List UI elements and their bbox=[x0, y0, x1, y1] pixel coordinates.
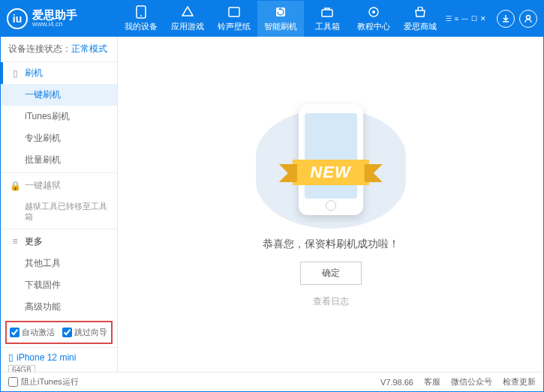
more-icon: ≡ bbox=[10, 236, 20, 247]
lock-icon: 🔒 bbox=[10, 181, 20, 191]
app-url: www.i4.cn bbox=[32, 21, 77, 28]
maximize-icon[interactable]: ☐ bbox=[471, 15, 477, 22]
device-name: ▯ iPhone 12 mini bbox=[8, 352, 110, 363]
device-phone-icon: ▯ bbox=[8, 352, 14, 363]
top-nav: 我的设备 应用游戏 铃声壁纸 智能刷机 工具箱 教程中心 bbox=[118, 1, 446, 37]
titlebar: iu 爱思助手 www.i4.cn 我的设备 应用游戏 铃声壁纸 智能刷机 bbox=[1, 1, 543, 37]
statusbar: 阻止iTunes运行 V7.98.66 客服 微信公众号 检查更新 bbox=[1, 372, 543, 391]
apps-icon bbox=[181, 5, 194, 19]
version-label: V7.98.66 bbox=[380, 378, 413, 387]
ok-button[interactable]: 确定 bbox=[300, 262, 362, 285]
highlighted-checkboxes: 自动激活 跳过向导 bbox=[5, 321, 113, 344]
store-icon bbox=[413, 5, 427, 19]
phone-small-icon: ▯ bbox=[10, 68, 20, 79]
svg-point-6 bbox=[372, 10, 375, 13]
nav-tutorial[interactable]: 教程中心 bbox=[350, 1, 397, 37]
main-content: NEW 恭喜您，保资料刷机成功啦！ 确定 查看日志 bbox=[118, 37, 543, 372]
nav-flash[interactable]: 智能刷机 bbox=[257, 1, 304, 37]
user-icon[interactable] bbox=[519, 10, 537, 28]
sidebar-item-download-firmware[interactable]: 下载固件 bbox=[1, 274, 117, 296]
svg-rect-2 bbox=[229, 7, 239, 16]
jailbreak-note: 越狱工具已转移至工具箱 bbox=[1, 196, 117, 227]
device-storage: 64GB bbox=[8, 365, 35, 372]
logo: iu 爱思助手 www.i4.cn bbox=[7, 8, 118, 29]
titlebar-right: ☰ ≡ — ☐ ✕ bbox=[446, 10, 537, 28]
wechat-link[interactable]: 微信公众号 bbox=[451, 376, 492, 388]
book-icon bbox=[367, 5, 380, 19]
close-icon[interactable]: ✕ bbox=[480, 15, 486, 22]
customer-service-link[interactable]: 客服 bbox=[424, 376, 440, 388]
list-icon[interactable]: ≡ bbox=[455, 15, 458, 22]
sidebar-item-pro-flash[interactable]: 专业刷机 bbox=[1, 127, 117, 149]
check-update-link[interactable]: 检查更新 bbox=[503, 376, 536, 388]
sidebar-item-itunes-flash[interactable]: iTunes刷机 bbox=[1, 106, 117, 127]
nav-my-device[interactable]: 我的设备 bbox=[118, 1, 164, 37]
download-icon[interactable] bbox=[497, 10, 515, 28]
svg-point-7 bbox=[527, 16, 530, 19]
nav-apps[interactable]: 应用游戏 bbox=[164, 1, 211, 37]
body: 设备连接状态：正常模式 ▯ 刷机 一键刷机 iTunes刷机 专业刷机 批量刷机… bbox=[1, 37, 543, 372]
toolbox-icon bbox=[320, 5, 334, 19]
sidebar: 设备连接状态：正常模式 ▯ 刷机 一键刷机 iTunes刷机 专业刷机 批量刷机… bbox=[1, 37, 118, 372]
menu-icon[interactable]: ☰ bbox=[446, 15, 452, 22]
app-name: 爱思助手 bbox=[32, 9, 77, 22]
sidebar-item-oneclick-flash[interactable]: 一键刷机 bbox=[1, 84, 117, 106]
checkbox-skip-guide[interactable]: 跳过向导 bbox=[62, 327, 107, 338]
connection-status: 设备连接状态：正常模式 bbox=[1, 37, 117, 62]
window-controls: ☰ ≡ — ☐ ✕ bbox=[446, 15, 486, 22]
nav-ringtone[interactable]: 铃声壁纸 bbox=[211, 1, 257, 37]
sidebar-item-advanced[interactable]: 高级功能 bbox=[1, 296, 117, 318]
refresh-icon bbox=[274, 5, 287, 19]
sidebar-more[interactable]: ≡ 更多 bbox=[1, 231, 117, 253]
sidebar-flash[interactable]: ▯ 刷机 bbox=[1, 62, 117, 84]
sidebar-jailbreak[interactable]: 🔒 一键越狱 bbox=[1, 175, 117, 196]
success-illustration: NEW bbox=[256, 101, 406, 229]
nav-store[interactable]: 爱思商城 bbox=[397, 1, 443, 37]
app-window: iu 爱思助手 www.i4.cn 我的设备 应用游戏 铃声壁纸 智能刷机 bbox=[0, 0, 544, 392]
success-message: 恭喜您，保资料刷机成功啦！ bbox=[263, 238, 399, 251]
checkbox-auto-activate[interactable]: 自动激活 bbox=[10, 327, 55, 338]
wallpaper-icon bbox=[227, 5, 241, 19]
svg-rect-4 bbox=[322, 10, 332, 16]
phone-icon bbox=[134, 5, 148, 19]
sidebar-item-other-tools[interactable]: 其他工具 bbox=[1, 253, 117, 274]
logo-icon: iu bbox=[7, 8, 28, 29]
checkbox-block-itunes[interactable]: 阻止iTunes运行 bbox=[8, 376, 79, 388]
sidebar-item-batch-flash[interactable]: 批量刷机 bbox=[1, 149, 117, 171]
new-ribbon: NEW bbox=[292, 160, 368, 185]
device-info[interactable]: ▯ iPhone 12 mini 64GB Down-12mini-13,1 bbox=[1, 347, 117, 372]
svg-point-1 bbox=[140, 15, 142, 16]
nav-toolbox[interactable]: 工具箱 bbox=[304, 1, 350, 37]
minimize-icon[interactable]: — bbox=[461, 15, 468, 22]
view-log-link[interactable]: 查看日志 bbox=[313, 295, 349, 308]
